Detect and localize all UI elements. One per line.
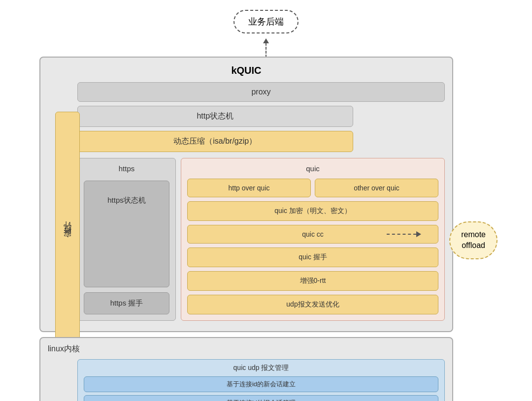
linux-inner-box: quic udp 报文管理 基于连接id的新会话建立 基于连接id的旧会话管理 xyxy=(77,359,445,401)
business-backend-label: 业务后端 xyxy=(233,10,299,33)
https-handshake: https 握手 xyxy=(84,292,169,314)
quic-encryption: quic 加密（明文、密文） xyxy=(187,201,438,221)
quic-http-over-quic: http over quic xyxy=(187,179,311,197)
kquic-box: kQUIC 实时统计 proxy http状态机 动态压缩（isa/br/gzi… xyxy=(39,57,453,332)
kquic-title: kQUIC xyxy=(48,65,445,76)
linux-sub-item-1: 基于连接id的新会话建立 xyxy=(84,376,438,392)
http-statemachine-bar: http状态机 xyxy=(77,106,353,127)
content-area: proxy http状态机 动态压缩（isa/br/gzip） https ht… xyxy=(77,82,445,321)
quic-handshake: quic 握手 xyxy=(187,247,438,267)
https-state-machine: https状态机 xyxy=(84,181,169,287)
quic-udp-opt: udp报文发送优化 xyxy=(187,295,438,314)
stats-sidebar-text: 实时统计 xyxy=(63,233,73,245)
proxy-bar: proxy xyxy=(77,82,445,102)
lower-section: https https状态机 https 握手 quic http over q… xyxy=(77,158,445,321)
https-box: https https状态机 https 握手 xyxy=(77,158,176,321)
quic-box: quic http over quic other over quic quic… xyxy=(181,158,445,321)
quic-zero-rtt: 增强0-rtt xyxy=(187,271,438,291)
remote-offload-bubble: remote offload xyxy=(449,221,498,259)
main-diagram: 业务后端 kQUIC 实时统计 proxy http状态机 动态压缩（isa/b… xyxy=(30,10,502,391)
arrow-line xyxy=(266,43,266,58)
arrow-right-head xyxy=(416,231,421,237)
dashed-line xyxy=(387,234,416,235)
remote-offload-line1: remote xyxy=(461,230,486,239)
remote-offload-arrow xyxy=(387,231,421,237)
quic-top-row: http over quic other over quic xyxy=(187,179,438,197)
quic-box-title: quic xyxy=(187,164,438,173)
https-box-title: https xyxy=(84,164,169,173)
linux-title: linux内核 xyxy=(48,344,445,354)
linux-sub-item-2: 基于连接id的旧会话管理 xyxy=(84,395,438,401)
quic-other-over-quic: other over quic xyxy=(315,179,438,197)
compress-bar: 动态压缩（isa/br/gzip） xyxy=(77,131,353,152)
stats-sidebar: 实时统计 xyxy=(55,112,80,365)
remote-offload-line2: offload xyxy=(462,241,485,249)
linux-inner-title: quic udp 报文管理 xyxy=(84,364,438,372)
arrow-line-remote xyxy=(387,231,421,237)
linux-box: linux内核 quic udp 报文管理 基于连接id的新会话建立 基于连接i… xyxy=(39,337,453,401)
